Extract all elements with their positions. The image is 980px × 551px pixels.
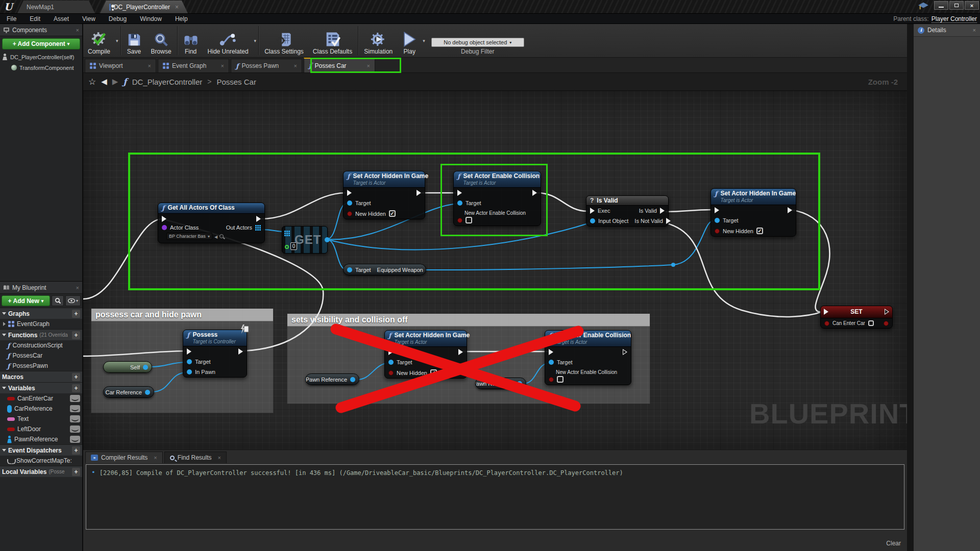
minimize-button[interactable] xyxy=(934,1,948,10)
close-icon[interactable]: × xyxy=(144,63,151,69)
target-pin[interactable] xyxy=(347,201,352,206)
node-get-all-actors-of-class[interactable]: ƒ Get All Actors Of Class Actor Class Ou… xyxy=(158,203,265,243)
visibility-filter-button[interactable]: ▾ xyxy=(65,295,81,306)
menu-window[interactable]: Window xyxy=(133,14,168,23)
new-hidden-pin[interactable] xyxy=(347,211,352,216)
node-header[interactable]: ƒ Set Actor Enable Collision Target is A… xyxy=(545,331,631,347)
parent-class-link[interactable]: Player Controller xyxy=(932,15,977,23)
menu-debug[interactable]: Debug xyxy=(102,14,133,23)
tutorial-cap-icon[interactable] xyxy=(918,2,929,11)
node-header[interactable]: ƒ Get All Actors Of Class xyxy=(158,203,264,214)
node-set-actor-hidden-1[interactable]: ƒ Set Actor Hidden In Game Target is Act… xyxy=(343,171,425,219)
eye-closed-toggle[interactable] xyxy=(70,415,80,422)
add-dispatcher-button[interactable]: + xyxy=(72,446,80,455)
eye-closed-toggle[interactable] xyxy=(70,405,80,412)
add-macro-button[interactable]: + xyxy=(72,373,80,381)
add-function-button[interactable]: + xyxy=(72,331,80,339)
menu-view[interactable]: View xyxy=(76,14,102,23)
exec-in-pin[interactable] xyxy=(388,349,393,355)
node-self-getter[interactable]: Self xyxy=(103,361,152,373)
input-object-pin[interactable] xyxy=(590,218,595,223)
close-icon[interactable]: × xyxy=(154,455,157,461)
node-header[interactable]: ƒ Set Actor Hidden In Game Target is Act… xyxy=(711,189,796,205)
target-pin[interactable] xyxy=(187,359,192,364)
restore-button[interactable] xyxy=(949,1,964,10)
pawn-reference-out-pin[interactable] xyxy=(517,381,522,386)
components-panel-tab[interactable]: Components × xyxy=(0,24,82,36)
close-icon[interactable]: × xyxy=(973,27,976,33)
exec-in-pin[interactable] xyxy=(187,348,191,355)
add-component-button[interactable]: + Add Component▾ xyxy=(2,38,80,49)
menu-edit[interactable]: Edit xyxy=(23,14,47,23)
value-out-pin[interactable] xyxy=(884,321,889,326)
actor-class-dropdown[interactable]: BP Character Bas xyxy=(166,233,212,240)
element-out-pin[interactable] xyxy=(325,237,330,242)
close-button[interactable]: × xyxy=(965,1,979,10)
close-icon[interactable]: × xyxy=(76,27,79,33)
close-icon[interactable]: × xyxy=(217,63,224,69)
car-reference-out-pin[interactable] xyxy=(145,390,150,395)
is-valid-exec-out-pin[interactable] xyxy=(660,208,665,214)
exec-in-pin[interactable] xyxy=(162,216,166,222)
node-set-actor-enable-collision-2[interactable]: ƒ Set Actor Enable Collision Target is A… xyxy=(545,330,631,385)
exec-out-pin[interactable] xyxy=(238,348,243,355)
forward-arrow-icon[interactable]: ▶ xyxy=(112,77,118,86)
menu-file[interactable]: File xyxy=(0,14,23,23)
function-row-possescar[interactable]: ƒ PossesCar xyxy=(0,350,82,361)
close-icon[interactable]: × xyxy=(175,4,179,11)
window-tab-dc-playercontroller[interactable]: DC_PlayerController × xyxy=(100,1,188,13)
tab-event-graph[interactable]: Event Graph × xyxy=(158,59,229,72)
node-set-actor-hidden-2[interactable]: ƒ Set Actor Hidden In Game Target is Act… xyxy=(710,188,796,237)
back-arrow-icon[interactable]: ◀ xyxy=(101,77,107,86)
hide-unrelated-chevron[interactable]: ▾ xyxy=(254,38,257,43)
close-icon[interactable]: × xyxy=(290,63,297,69)
target-pin[interactable] xyxy=(715,218,720,223)
target-pin[interactable] xyxy=(347,267,352,272)
node-header[interactable]: ƒ Set Actor Hidden In Game Target is Act… xyxy=(385,331,467,347)
exec-in-pin[interactable] xyxy=(347,190,352,196)
eye-closed-toggle[interactable] xyxy=(70,436,80,443)
dispatcher-row[interactable]: ShowCorrectMapTe: xyxy=(0,456,82,466)
browse-asset-icon[interactable] xyxy=(219,234,224,238)
eye-closed-toggle[interactable] xyxy=(70,425,80,433)
out-actors-array-pin[interactable] xyxy=(255,225,261,231)
node-header[interactable]: ƒ Set Actor Hidden In Game Target is Act… xyxy=(344,171,425,188)
eye-closed-toggle[interactable] xyxy=(70,395,80,402)
node-array-get[interactable]: 0 GET xyxy=(282,226,328,254)
node-header[interactable]: ƒ Possess Target is Controller xyxy=(183,330,247,346)
details-tab[interactable]: i Details × xyxy=(914,24,980,37)
node-set-can-enter-car[interactable]: SET Can Enter Car xyxy=(820,306,893,329)
find-button[interactable]: Find xyxy=(179,24,203,57)
is-not-valid-exec-out-pin[interactable] xyxy=(666,218,671,224)
add-variable-button[interactable]: + xyxy=(72,384,80,392)
value-checkbox[interactable] xyxy=(868,320,874,326)
add-graph-button[interactable]: + xyxy=(72,310,80,318)
target-pin[interactable] xyxy=(457,201,462,206)
exec-in-pin[interactable] xyxy=(549,349,553,355)
simulation-button[interactable]: Simulation xyxy=(359,24,397,57)
variable-row-pawnreference[interactable]: PawnReference xyxy=(0,434,82,444)
search-button[interactable] xyxy=(52,295,64,306)
node-equipped-weapon-getter[interactable]: Target Equipped Weapon xyxy=(343,264,426,276)
class-settings-button[interactable]: Class Settings xyxy=(260,24,308,57)
node-set-actor-hidden-3[interactable]: ƒ Set Actor Hidden In Game Target is Act… xyxy=(384,330,467,379)
exec-out-pin[interactable] xyxy=(458,349,463,355)
new-hidden-pin[interactable] xyxy=(388,370,394,375)
close-icon[interactable]: × xyxy=(218,455,221,461)
hide-unrelated-button[interactable]: Hide Unrelated xyxy=(203,24,253,57)
component-row-transform[interactable]: TransformComponent xyxy=(0,62,82,73)
node-set-actor-enable-collision-1[interactable]: ƒ Set Actor Enable Collision Target is A… xyxy=(453,171,541,226)
compile-options-chevron[interactable]: ▾ xyxy=(116,38,118,43)
blueprint-graph-canvas[interactable]: possess car and hide pawn sets visibilit… xyxy=(83,91,907,449)
exec-out-pin[interactable] xyxy=(885,309,889,315)
find-results-tab[interactable]: Find Results × xyxy=(164,452,227,463)
exec-out-pin[interactable] xyxy=(788,207,792,213)
variable-row-carreference[interactable]: CarReference xyxy=(0,404,82,414)
exec-in-pin[interactable] xyxy=(590,208,595,214)
variables-section-header[interactable]: Variables+ xyxy=(0,382,82,393)
tab-posses-car[interactable]: ƒ Posses Car × xyxy=(304,58,375,72)
node-possess[interactable]: ƒ Possess Target is Controller Target In… xyxy=(183,330,247,378)
node-car-reference-getter[interactable]: Car Reference xyxy=(103,386,154,398)
node-is-valid[interactable]: ? Is Valid Exec Is Valid Input Object Is… xyxy=(586,195,669,227)
self-out-pin[interactable] xyxy=(143,365,148,370)
